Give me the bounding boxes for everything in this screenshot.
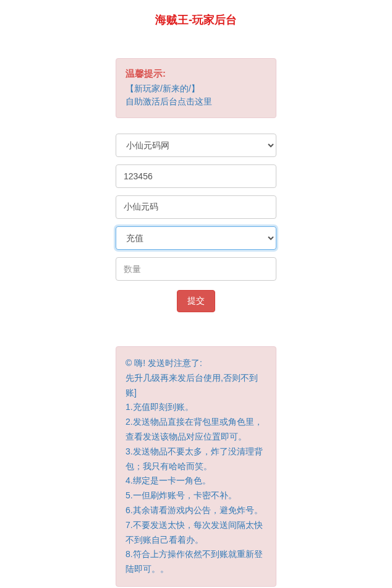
- notice-alert: © 嗨! 发送时注意了: 先升几级再来发后台使用,否则不到账] 1.充值即刻到账…: [116, 346, 276, 587]
- tip-activate-link[interactable]: 自助激活后台点击这里: [126, 95, 266, 108]
- server-select[interactable]: 小仙元码网: [116, 134, 276, 157]
- tip-alert: 温馨提示: 【新玩家/新来的/】 自助激活后台点击这里: [116, 58, 276, 118]
- tip-title: 温馨提示:: [126, 68, 266, 80]
- notice-content: © 嗨! 发送时注意了: 先升几级再来发后台使用,否则不到账] 1.充值即刻到账…: [126, 356, 266, 577]
- submit-button[interactable]: 提交: [177, 290, 215, 312]
- character-input[interactable]: [116, 195, 276, 219]
- action-select[interactable]: 充值: [116, 226, 276, 250]
- page-title: 海贼王-玩家后台: [0, 12, 392, 27]
- quantity-input[interactable]: [116, 257, 276, 281]
- tip-new-player-link[interactable]: 【新玩家/新来的/】: [126, 82, 266, 95]
- account-input[interactable]: [116, 164, 276, 188]
